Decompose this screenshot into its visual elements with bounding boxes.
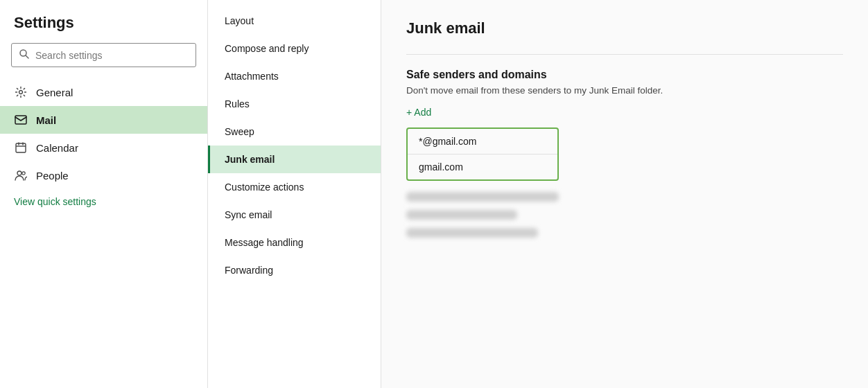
menu-item-layout[interactable]: Layout [208,7,381,35]
mail-icon [14,113,28,127]
menu-item-sync-email[interactable]: Sync email [208,201,381,229]
menu-item-forwarding[interactable]: Forwarding [208,256,381,284]
page-title: Junk email [406,19,843,37]
sidebar-label-calendar: Calendar [36,142,78,154]
email-entry-1[interactable]: gmail.com [408,155,557,179]
svg-line-1 [26,55,28,58]
gear-icon [14,85,28,99]
sidebar-item-calendar[interactable]: Calendar [0,134,207,161]
blurred-entry-3 [406,228,538,238]
sidebar-item-people[interactable]: People [0,161,207,189]
sidebar-label-mail: Mail [36,114,56,126]
sidebar-label-general: General [36,87,73,98]
svg-point-9 [22,172,25,175]
email-entry-0[interactable]: *@gmail.com [408,129,557,155]
sidebar: Settings General Mail [0,0,208,388]
search-icon [19,48,30,62]
sidebar-label-people: People [36,170,69,182]
section-title: Safe senders and domains [406,69,843,81]
main-content: Junk email Safe senders and domains Don'… [381,0,868,388]
view-quick-settings[interactable]: View quick settings [0,189,207,214]
menu-item-attachments[interactable]: Attachments [208,62,381,90]
search-box[interactable] [11,43,196,67]
menu-item-compose-reply[interactable]: Compose and reply [208,35,381,62]
menu-item-rules[interactable]: Rules [208,90,381,118]
blurred-entry-2 [406,210,517,220]
svg-point-8 [17,171,21,175]
sidebar-item-mail[interactable]: Mail [0,106,207,134]
middle-menu: Layout Compose and reply Attachments Rul… [208,0,381,388]
sidebar-item-general[interactable]: General [0,78,207,106]
search-input[interactable] [35,50,189,61]
blurred-entry-1 [406,192,559,202]
menu-item-customize-actions[interactable]: Customize actions [208,173,381,201]
calendar-icon [14,141,28,155]
section-description: Don't move email from these senders to m… [406,85,843,96]
people-icon [14,168,28,182]
menu-item-message-handling[interactable]: Message handling [208,229,381,256]
sidebar-title: Settings [0,14,207,43]
menu-item-sweep[interactable]: Sweep [208,118,381,146]
svg-rect-4 [16,143,26,152]
svg-point-2 [19,91,23,94]
svg-rect-3 [15,116,26,124]
email-list: *@gmail.com gmail.com [406,127,559,181]
divider [406,54,843,55]
menu-item-junk-email[interactable]: Junk email [208,146,381,173]
add-button[interactable]: + Add [406,107,843,118]
